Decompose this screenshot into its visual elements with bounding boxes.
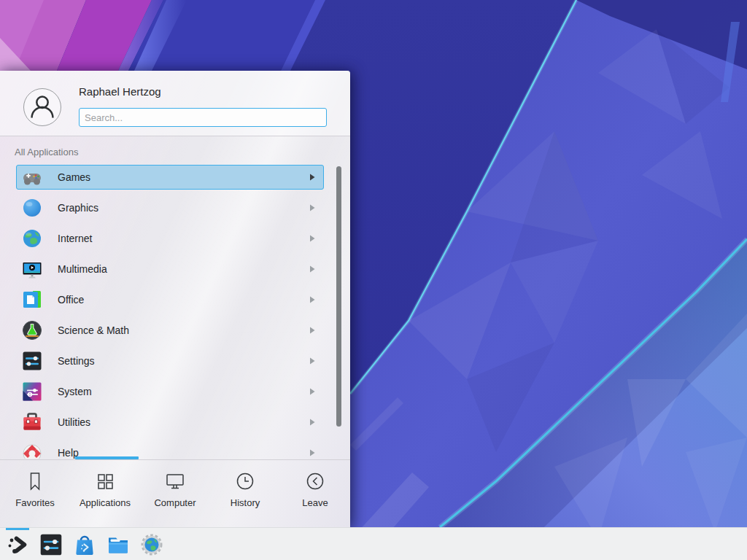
category-label: Settings (58, 355, 95, 367)
submenu-arrow-icon (309, 327, 315, 334)
file-manager-button[interactable] (102, 528, 134, 560)
system-settings-button[interactable] (35, 528, 67, 560)
lifebuoy-icon (22, 443, 42, 459)
discover-button[interactable] (69, 528, 101, 560)
tab-leave[interactable]: Leave (280, 460, 350, 527)
settings-sliders-icon (39, 533, 63, 556)
active-tab-indicator (75, 456, 139, 459)
taskbar: ES 7:03 PM 4/24/21 (0, 527, 747, 560)
category-row-games[interactable]: Games (0, 162, 350, 192)
category-row-science[interactable]: Science & Math (0, 315, 350, 346)
application-launcher-popup: Raphael Hertzog All Applications Games (0, 71, 350, 527)
category-row-multimedia[interactable]: Multimedia (0, 254, 350, 284)
tab-history[interactable]: History (210, 460, 280, 527)
tab-label: Favorites (15, 497, 54, 508)
active-app-indicator (6, 528, 29, 530)
category-row-internet[interactable]: Internet (0, 223, 350, 254)
system-sliders-icon (22, 381, 42, 402)
category-label: Games (58, 171, 90, 183)
category-label: Science & Math (58, 324, 129, 336)
submenu-arrow-icon (309, 265, 315, 273)
category-row-office[interactable]: Office (0, 284, 350, 315)
category-label: System (58, 386, 92, 397)
tab-label: Computer (154, 497, 196, 508)
search-input[interactable] (79, 108, 327, 127)
launcher-footer-tabs: Favorites Applications Computer (0, 459, 350, 527)
user-name: Raphael Hertzog (79, 85, 161, 98)
computer-icon (164, 470, 186, 492)
tab-label: Leave (302, 497, 328, 508)
submenu-arrow-icon (309, 357, 315, 365)
flask-icon (22, 320, 42, 341)
bookmark-icon (24, 470, 46, 492)
paint-ball-icon (22, 198, 42, 218)
submenu-arrow-icon (309, 449, 315, 456)
submenu-arrow-icon (309, 174, 315, 181)
application-launcher-button[interactable] (1, 528, 34, 560)
tab-label: Applications (80, 497, 131, 508)
gamepad-icon (22, 167, 42, 187)
folder-icon (107, 533, 130, 556)
submenu-arrow-icon (309, 296, 315, 303)
category-label: Graphics (58, 202, 98, 214)
list-scrollbar[interactable] (336, 166, 341, 427)
category-label: Internet (58, 233, 92, 244)
tab-favorites[interactable]: Favorites (0, 460, 70, 527)
submenu-arrow-icon (309, 388, 315, 395)
user-avatar[interactable] (23, 88, 61, 126)
history-clock-icon (234, 470, 256, 492)
category-label: Office (58, 294, 84, 306)
globe-icon (22, 228, 42, 249)
globe-gear-icon (140, 533, 163, 556)
category-row-graphics[interactable]: Graphics (0, 192, 350, 223)
tab-applications[interactable]: Applications (70, 460, 140, 527)
media-screen-icon (22, 259, 42, 279)
section-label: All Applications (15, 147, 78, 158)
tab-label: History (231, 497, 260, 508)
category-row-settings[interactable]: Settings (0, 346, 350, 376)
software-bag-icon (73, 533, 96, 556)
app-grid-icon (94, 470, 116, 492)
category-list: Games Graphics (0, 162, 350, 459)
category-label: Utilities (58, 416, 90, 428)
desktop[interactable]: Raphael Hertzog All Applications Games (0, 0, 747, 560)
documents-icon (22, 289, 42, 310)
submenu-arrow-icon (309, 204, 315, 211)
sliders-icon (22, 351, 42, 371)
category-row-help[interactable]: Help (0, 438, 350, 459)
web-browser-button[interactable] (136, 528, 168, 560)
submenu-arrow-icon (309, 419, 315, 426)
leave-icon (304, 470, 326, 492)
toolbox-icon (22, 412, 42, 432)
user-icon (24, 89, 61, 125)
submenu-arrow-icon (309, 235, 315, 242)
category-row-utilities[interactable]: Utilities (0, 407, 350, 438)
kde-launcher-icon (6, 533, 29, 556)
launcher-header: Raphael Hertzog (0, 71, 350, 136)
category-label: Multimedia (58, 263, 107, 275)
tab-computer[interactable]: Computer (140, 460, 210, 527)
category-row-system[interactable]: System (0, 376, 350, 407)
